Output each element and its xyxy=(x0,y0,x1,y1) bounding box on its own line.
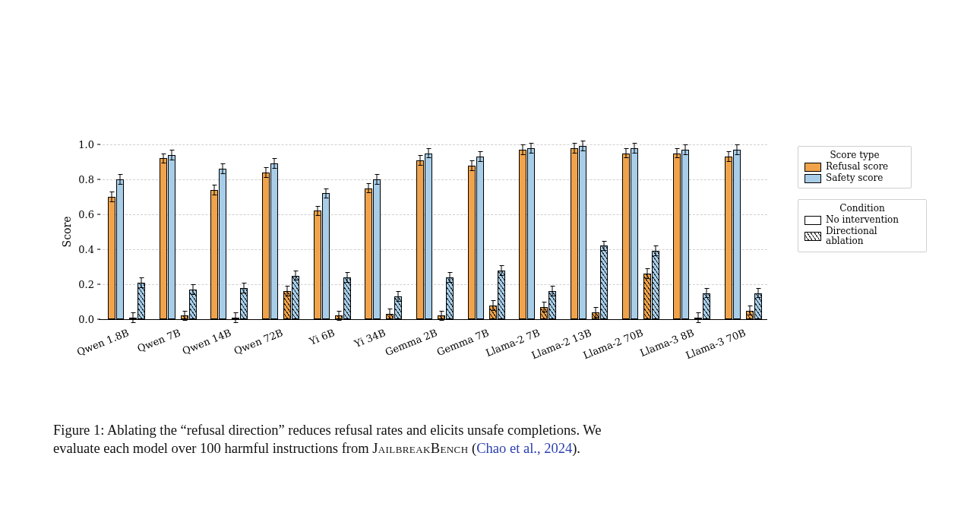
plot-area xyxy=(99,144,767,320)
error-bar xyxy=(184,311,185,321)
legend-label: Directional ablation xyxy=(826,226,877,246)
error-bar xyxy=(574,143,575,154)
bar xyxy=(270,163,278,319)
bar xyxy=(673,154,681,320)
bar xyxy=(373,179,381,319)
error-bar xyxy=(750,306,751,316)
bar xyxy=(168,155,175,319)
chart-wrapper: Score 0.00.20.40.60.81.0 Qwen 1.8BQwen 7… xyxy=(53,144,934,372)
bar xyxy=(631,148,638,319)
error-bar xyxy=(317,206,318,217)
y-tick-label: 0.2 xyxy=(68,279,94,290)
error-bar xyxy=(501,265,501,276)
error-bar xyxy=(192,284,193,295)
error-bar xyxy=(729,151,729,162)
bar xyxy=(116,179,124,319)
error-bar xyxy=(295,271,296,281)
y-tick-label: 0.0 xyxy=(68,314,94,325)
error-bar xyxy=(273,158,274,169)
bar-group xyxy=(466,144,509,319)
error-bar xyxy=(338,311,339,321)
bar-group xyxy=(415,144,457,319)
swatch-hatch-icon xyxy=(805,232,821,241)
legend-label: No intervention xyxy=(826,215,899,225)
error-bar xyxy=(171,150,172,160)
legend-label: Safety score xyxy=(826,173,883,183)
citation-link[interactable]: Chao et al., 2024 xyxy=(476,441,572,456)
error-bar xyxy=(390,309,390,319)
legend-score-type: Score type Refusal score Safety score xyxy=(798,146,912,188)
bar xyxy=(652,251,659,319)
error-bar xyxy=(685,144,686,155)
error-bar xyxy=(111,192,112,202)
error-bar xyxy=(377,174,378,185)
bar xyxy=(527,148,535,319)
error-bar xyxy=(604,241,605,252)
y-tick-mark xyxy=(97,319,100,320)
error-bar xyxy=(707,288,707,299)
y-tick-mark xyxy=(97,214,100,215)
y-tick-label: 0.4 xyxy=(68,244,94,255)
y-tick-mark xyxy=(97,249,100,250)
bar xyxy=(138,283,145,319)
swatch-plain-icon xyxy=(805,216,821,225)
bar-group xyxy=(569,144,612,319)
bar xyxy=(476,157,484,319)
bar xyxy=(725,157,732,319)
error-bar xyxy=(634,143,634,154)
bar-group xyxy=(158,144,201,319)
x-axis-labels: Qwen 1.8BQwen 7BQwen 14BQwen 72BYi 6BYi … xyxy=(99,322,767,368)
legend-row-refusal: Refusal score xyxy=(805,162,905,172)
bar xyxy=(210,190,218,319)
error-bar xyxy=(420,155,421,166)
error-bar xyxy=(214,185,215,195)
bar xyxy=(600,245,608,319)
caption-line2c: ). xyxy=(572,441,580,456)
error-bar xyxy=(655,245,656,256)
error-bar xyxy=(596,307,596,318)
y-tick-label: 0.8 xyxy=(68,174,94,185)
bar-group xyxy=(261,144,303,319)
error-bar xyxy=(236,312,236,323)
bar xyxy=(343,277,351,319)
error-bar xyxy=(531,143,532,154)
bar xyxy=(579,146,586,319)
y-tick-mark xyxy=(97,179,100,180)
error-bar xyxy=(583,141,583,151)
error-bar xyxy=(428,148,429,159)
error-bar xyxy=(286,286,287,296)
error-bar xyxy=(471,160,472,171)
bar xyxy=(219,169,226,319)
y-tick-mark xyxy=(97,144,100,145)
y-tick-label: 0.6 xyxy=(68,209,94,220)
error-bar xyxy=(132,312,133,323)
bar xyxy=(108,197,115,319)
y-axis: 0.00.20.40.60.81.0 xyxy=(68,144,97,319)
swatch-refusal-icon xyxy=(805,163,821,172)
caption-line2a: evaluate each model over 100 harmful ins… xyxy=(53,441,372,456)
error-bar xyxy=(677,148,678,159)
error-bar xyxy=(141,277,141,288)
error-bar xyxy=(346,272,347,283)
swatch-safety-icon xyxy=(805,174,821,183)
bar-group xyxy=(312,144,355,319)
legend-title: Condition xyxy=(805,203,920,214)
error-bar xyxy=(698,312,699,323)
error-bar xyxy=(523,144,523,155)
error-bar xyxy=(265,167,266,178)
error-bar xyxy=(646,268,647,279)
figure-caption: Figure 1: Ablating the “refusal directio… xyxy=(53,422,919,458)
error-bar xyxy=(552,286,553,296)
bar xyxy=(446,277,454,319)
y-tick-mark xyxy=(97,284,100,285)
bar-group xyxy=(672,144,714,319)
page: Score 0.00.20.40.60.81.0 Qwen 1.8BQwen 7… xyxy=(0,0,980,532)
bar xyxy=(160,158,167,319)
bar xyxy=(425,154,432,320)
legend-condition: Condition No intervention Directional ab… xyxy=(798,199,927,252)
bar-group xyxy=(363,144,406,319)
error-bar xyxy=(492,300,493,311)
error-bar xyxy=(119,174,120,185)
legend-label: Refusal score xyxy=(826,162,888,172)
error-bar xyxy=(398,291,399,302)
